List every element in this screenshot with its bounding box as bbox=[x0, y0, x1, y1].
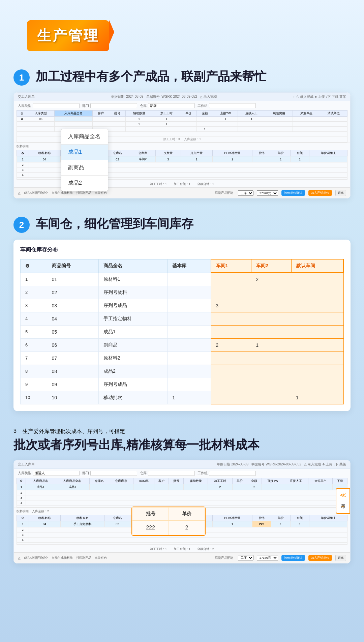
section2: 2 车间仓，细化管理到车间库存 车间仓库存分布 ⚙ 商品编号 商品全名 基本库 … bbox=[13, 215, 351, 411]
plus-icon[interactable]: + bbox=[341, 503, 345, 511]
table-row: 11 bbox=[17, 122, 347, 127]
section1-screen-card: 交工入库单 单据日期 2024-08-09 单据编号 WGRK-2024-08-… bbox=[13, 92, 351, 198]
col-name: 商品全名 bbox=[99, 259, 168, 273]
table-row: 4 bbox=[17, 500, 347, 505]
section2-badge: 2 bbox=[13, 217, 30, 233]
popup-data-row: 222 2 bbox=[132, 520, 205, 535]
work3-input[interactable] bbox=[209, 471, 256, 476]
section1-subscreen: 交工入库单 单据日期 2024-08-09 单据编号 WGRK-2024-08-… bbox=[13, 92, 351, 198]
warehouse-table-wrap: ⚙ 商品编号 商品全名 基本库 车间1 车间2 默认车间 1 01 bbox=[20, 259, 344, 404]
close3-button[interactable]: 退出 bbox=[335, 555, 346, 561]
popup-price-value: 2 bbox=[169, 520, 205, 535]
side-sequence-button[interactable]: ≪ 序列号 + bbox=[336, 488, 350, 514]
table-row: 9 09 序列号成品 bbox=[21, 378, 344, 391]
chevron-left-icon: ≪ bbox=[340, 491, 346, 499]
table-row: 3 bbox=[17, 495, 347, 500]
screen1-form-title: 交工入库单 bbox=[18, 94, 35, 99]
screen3-meta: 单据日期 2024-08-09 单据编号 WGRK-2024-08-09-052… bbox=[217, 462, 346, 467]
table-row: 2 bbox=[17, 490, 347, 495]
work3-select[interactable]: 工序 bbox=[238, 555, 253, 560]
col-w2: 车间2 bbox=[251, 259, 291, 273]
table-row: 8 08 成品2 bbox=[21, 365, 344, 378]
table-row bbox=[17, 542, 347, 544]
col-default: 默认车间 bbox=[291, 259, 343, 273]
section1-title-row: 1 加工过程中有多个产成品，联副产品来帮忙 bbox=[13, 68, 351, 86]
section3-title-row1: 3 生产委外库管理批次成本、序列号，可指定 bbox=[13, 428, 351, 435]
section1-title: 加工过程中有多个产成品，联副产品来帮忙 bbox=[36, 68, 351, 85]
table-row: 10 10 移动批次 1 1 bbox=[21, 391, 344, 404]
screen3-form-title: 交工入库单 bbox=[18, 462, 35, 467]
table-row: 7 07 原材料2 bbox=[21, 351, 344, 365]
warehouse-card-inner: 车间仓库存分布 ⚙ 商品编号 商品全名 基本库 车间1 车间2 默认车间 bbox=[13, 240, 351, 411]
table-header-row: ⚙ 商品编号 商品全名 基本库 车间1 车间2 默认车间 bbox=[21, 259, 344, 273]
screen1-table-area: ⚙ 入库类型 入库商品全名 客户 批号 辅助数量 加工工时 单价 金额 直接TW… bbox=[14, 110, 350, 143]
confirm3-button[interactable]: 按价单位确认 bbox=[281, 555, 305, 561]
table-row: 4 04 手工指定物料 bbox=[21, 312, 344, 325]
col-code: 商品编号 bbox=[47, 259, 99, 273]
batch-price-table: 批号 单价 222 2 bbox=[132, 507, 205, 535]
screen3-upper-table-area: ⚙ 入库商品名 入库商品全名 仓库名 仓库库存 BOM率 客户 批号 辅助数量 … bbox=[14, 478, 350, 508]
header-title: 生产管理 bbox=[37, 28, 99, 43]
screen3-lower-table-area: ⚙ 物料名称 物料全名 仓库名 仓库库 次数量 标准用量 BOM补用量 批号 单… bbox=[14, 515, 350, 546]
screen3-summary: 加工工时：1 加工金额：1 金额合计：2 bbox=[14, 546, 350, 552]
field-group-stock3: 仓库 bbox=[140, 471, 195, 476]
table-row: ⚙ 06 1 1 1 1 bbox=[17, 117, 347, 122]
confirm-button[interactable]: 按价单位确认 bbox=[281, 190, 305, 196]
screen1-dropdown: 入库商品全名 成品1 副商品 成品2 bbox=[61, 129, 108, 191]
amount-select[interactable]: 27370元 bbox=[257, 190, 278, 196]
col-base: 基本库 bbox=[168, 259, 211, 273]
table-row: 3 03 序列号成品 3 bbox=[21, 299, 344, 312]
section3-title-line2: 批次或者序列号出库,精准核算每一批材料成本 bbox=[13, 436, 351, 453]
col-gear: ⚙ bbox=[21, 259, 47, 273]
dropdown-item-fcp[interactable]: 副商品 bbox=[61, 160, 108, 175]
screen3-footer: △ 成品材料配置优化 自动生成物料单 打印副产品 出差有色 联副产品配制 工序 … bbox=[14, 552, 350, 563]
dropdown-item-cp2[interactable]: 成品2 bbox=[61, 176, 108, 191]
screen1-actions: ↑ △ 录入完成 ⊕ 上传 ↓下 下载 某某 bbox=[293, 94, 346, 99]
section2-title: 车间仓，细化管理到车间库存 bbox=[36, 215, 351, 232]
footer-space bbox=[0, 577, 364, 597]
section3-badge: 3 bbox=[13, 428, 17, 434]
dept-input[interactable] bbox=[90, 103, 137, 108]
popup-col-batch: 批号 bbox=[132, 507, 169, 520]
close-button[interactable]: 退出 bbox=[335, 190, 346, 196]
rklx-input[interactable] bbox=[33, 103, 80, 108]
table-row: 6 06 副商品 2 1 bbox=[21, 338, 344, 351]
screen3-fields: 入库类型 部门 仓库 工作组 bbox=[14, 469, 350, 478]
stock3-input[interactable] bbox=[148, 471, 195, 476]
section3-title-line1: 生产委外库管理批次成本、序列号，可指定 bbox=[23, 428, 125, 435]
section2-title-row: 2 车间仓，细化管理到车间库存 bbox=[13, 215, 351, 233]
popup-batch-value: 222 bbox=[132, 520, 169, 535]
screen3-header: 交工入库单 单据日期 2024-08-09 单据编号 WGRK-2024-08-… bbox=[14, 460, 350, 469]
field-group-rklx3: 入库类型 bbox=[18, 471, 80, 476]
dropdown-item-header[interactable]: 入库商品全名 bbox=[61, 129, 108, 144]
stock-input[interactable] bbox=[148, 103, 195, 108]
table-row: 4 bbox=[17, 537, 347, 542]
work-input[interactable] bbox=[209, 103, 256, 108]
field-group-stock: 仓库 bbox=[140, 103, 195, 108]
rklx3-input[interactable] bbox=[33, 471, 80, 476]
dept3-input[interactable] bbox=[90, 471, 137, 476]
side-btn-label: 序列号 bbox=[340, 500, 346, 502]
work-select[interactable]: 工序 bbox=[238, 190, 253, 196]
field-group-work3: 工作组 bbox=[198, 471, 256, 476]
section1: 1 加工过程中有多个产成品，联副产品来帮忙 交工入库单 单据日期 2024-08… bbox=[13, 68, 351, 198]
table-row: 1 成品1 成品1 2 2 bbox=[17, 484, 347, 490]
add3-button[interactable]: 加入产销单位 bbox=[308, 555, 332, 561]
warehouse-table: ⚙ 商品编号 商品全名 基本库 车间1 车间2 默认车间 1 01 bbox=[20, 259, 344, 404]
col-w1: 车间1 bbox=[211, 259, 251, 273]
screen1-fields: 入库类型 部门 仓库 工作组 bbox=[14, 101, 350, 110]
screen1-meta: 单据日期 2024-08-09 单据编号 WGRK-2024-08-09-052… bbox=[111, 94, 217, 99]
table-row: 2 02 序列号物料 bbox=[21, 286, 344, 299]
section3-subscreen: 交工入库单 单据日期 2024-08-09 单据编号 WGRK-2024-08-… bbox=[13, 460, 351, 563]
amount3-select[interactable]: 27370元 bbox=[257, 555, 278, 560]
add-button[interactable]: 加入产销单位 bbox=[308, 190, 332, 196]
dropdown-item-cp1[interactable]: 成品1 bbox=[61, 145, 108, 160]
field-group-work: 工作组 bbox=[198, 103, 256, 108]
warehouse-card-title: 车间仓库存分布 bbox=[20, 246, 344, 253]
section1-badge: 1 bbox=[13, 69, 30, 86]
section3: 3 生产委外库管理批次成本、序列号，可指定 批次或者序列号出库,精准核算每一批材… bbox=[13, 428, 351, 563]
field-group-rklx: 入库类型 bbox=[18, 103, 80, 108]
batch-price-popup: 批号 单价 222 2 bbox=[131, 507, 206, 536]
header-banner: 生产管理 bbox=[27, 20, 109, 51]
screen3-table-upper: ⚙ 入库商品名 入库商品全名 仓库名 仓库库存 BOM率 客户 批号 辅助数量 … bbox=[17, 478, 347, 508]
